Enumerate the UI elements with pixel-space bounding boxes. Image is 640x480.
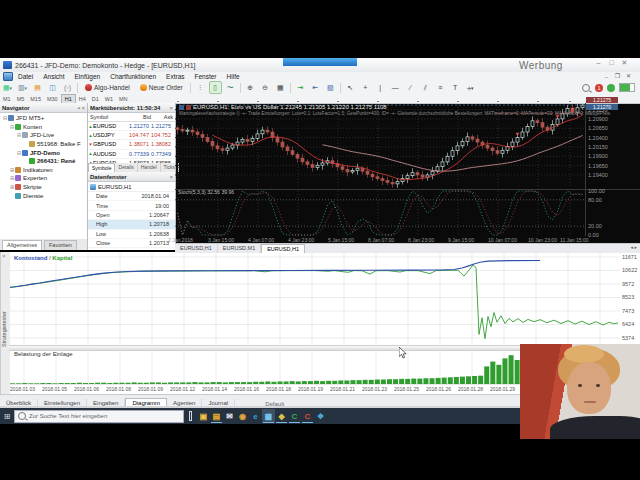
tester-side-strip[interactable]: Strategietester xyxy=(0,252,10,406)
menu-ansicht[interactable]: Ansicht xyxy=(43,73,64,80)
mdi-close-button[interactable]: ✕ xyxy=(623,72,634,79)
mdi-restore-button[interactable]: ❐ xyxy=(612,72,623,79)
chart-tab-eurusd-h1[interactable]: EURUSD,H1 xyxy=(261,244,305,253)
close-button[interactable]: ✕ xyxy=(618,59,631,67)
tree-item-jfd-demo[interactable]: ⊟JFD-Demo xyxy=(0,148,87,157)
market-watch-toggle[interactable]: ▤ xyxy=(31,81,44,94)
timeframe-m30[interactable]: M30 xyxy=(44,95,61,103)
chart-tab-scroll-arrows[interactable]: ◂ ▸ xyxy=(631,244,637,253)
market-watch-close-icon[interactable]: × xyxy=(169,105,173,111)
navigator-close-icon[interactable]: ▪ × xyxy=(78,105,85,111)
menu-fenster[interactable]: Fenster xyxy=(195,73,217,80)
app-red-icon[interactable]: C xyxy=(301,409,314,423)
indicators-button[interactable]: ▧ xyxy=(324,81,337,94)
neue-order-button[interactable]: Neue Order xyxy=(136,81,187,94)
start-button[interactable]: ⊞ xyxy=(0,412,14,421)
app-diamond-icon[interactable]: ◆ xyxy=(275,409,288,423)
market-watch-row-usdjpy[interactable]: ▲USDJPY104.747104.752 xyxy=(88,131,175,140)
timeframe-m1[interactable]: M1 xyxy=(0,95,14,103)
tree-item-266431-ren-[interactable]: 266431: René xyxy=(0,157,87,166)
market-watch-row-audusd[interactable]: ▲AUDUSD0.773390.77349 xyxy=(88,150,175,159)
market-watch-row-gbpusd[interactable]: ▼GBPUSD1.380711.38082 xyxy=(88,140,175,149)
text-tool[interactable]: T xyxy=(449,81,462,94)
file-explorer-icon[interactable]: ▣ xyxy=(197,409,210,423)
nav-tab-favoriten[interactable]: Favoriten xyxy=(44,240,77,250)
taskbar-search-input[interactable]: Zur Suche Text hier eingeben xyxy=(14,410,184,423)
menu-chartfunktionen[interactable]: Chartfunktionen xyxy=(110,73,156,80)
app-bird-icon[interactable]: ❖ xyxy=(314,409,327,423)
mw-tab-details[interactable]: Details xyxy=(115,163,137,172)
nav-tab-allgemeines[interactable]: Allgemeines xyxy=(2,240,42,250)
chrome-icon[interactable]: ◉ xyxy=(236,409,249,423)
timeframe-h4[interactable]: H4 xyxy=(76,95,89,103)
timeframe-mn[interactable]: MN xyxy=(116,95,131,103)
navigator-toggle[interactable]: (◦) xyxy=(61,81,74,94)
cursor-tool[interactable]: ↖ xyxy=(344,81,357,94)
price-chart[interactable] xyxy=(175,103,640,243)
tree-item-skripte[interactable]: ⊞Skripte xyxy=(0,183,87,192)
tree-item-jfd-live[interactable]: ⊟JFD-Live xyxy=(0,131,87,140)
tree-item-jfd-mt5-[interactable]: ⊟JFD MT5+ xyxy=(0,114,87,123)
tree-item-experten[interactable]: ⊞Experten xyxy=(0,174,87,183)
market-watch-column-headers[interactable]: SymbolBidAsk xyxy=(88,113,175,122)
camtasia-icon[interactable]: C xyxy=(288,409,301,423)
experts-icon xyxy=(15,175,21,181)
data-window-close-icon[interactable]: × xyxy=(169,174,173,180)
mw-tab-symbole[interactable]: Symbole xyxy=(88,163,115,172)
minimize-button[interactable]: – xyxy=(592,59,605,67)
market-watch-row-eurusd[interactable]: ▲EURUSD1.212701.21275 xyxy=(88,122,175,131)
menu-einfügen[interactable]: Einfügen xyxy=(75,73,101,80)
notifications-icon[interactable]: 1 xyxy=(595,84,603,92)
chart-shift-button[interactable]: ⇤ xyxy=(309,81,322,94)
crosshair-tool[interactable]: + xyxy=(359,81,372,94)
profiles-button[interactable]: ▥▾ xyxy=(16,81,29,94)
vertical-line-tool[interactable]: | xyxy=(374,81,387,94)
menu-extras[interactable]: Extras xyxy=(166,73,184,80)
trendline-tool[interactable]: ∕ xyxy=(404,81,417,94)
tree-item-indikatoren[interactable]: ⊞Indikatoren xyxy=(0,166,87,175)
tester-close-icon[interactable]: × xyxy=(2,253,6,259)
zoom-in-button[interactable]: ⊕ xyxy=(244,81,257,94)
timeframe-d1[interactable]: D1 xyxy=(89,95,102,103)
bars-mode-button[interactable]: ⫶ xyxy=(194,81,207,94)
mw-tab-handel[interactable]: Handel xyxy=(138,163,161,172)
timeframe-h1[interactable]: H1 xyxy=(61,94,76,104)
horizontal-line-tool[interactable]: — xyxy=(389,81,402,94)
candles-mode-button[interactable]: ▯ xyxy=(209,81,222,94)
zoom-out-button[interactable]: ⊖ xyxy=(259,81,272,94)
mw-tab-ticks[interactable]: Ticks xyxy=(161,163,179,172)
mail-icon[interactable]: ✉ xyxy=(223,409,236,423)
line-mode-button[interactable]: 〜 xyxy=(224,81,237,94)
algo-handel-button[interactable]: Algo-Handel xyxy=(81,81,134,94)
data-window-toggle[interactable]: ◫ xyxy=(46,81,59,94)
column-header-symbol[interactable]: Symbol xyxy=(88,114,126,120)
tree-item-konten[interactable]: ⊟Konten xyxy=(0,123,87,132)
column-header-bid[interactable]: Bid xyxy=(126,114,151,120)
tree-item-551968-balke-f[interactable]: 551968: Balke F xyxy=(0,140,87,149)
timeframe-w1[interactable]: W1 xyxy=(102,95,116,103)
menu-hilfe[interactable]: Hilfe xyxy=(227,73,240,80)
channel-tool[interactable]: ⫽ xyxy=(419,81,432,94)
arrows-tool[interactable]: ✢▾ xyxy=(464,81,477,94)
chart-tab-eurusd-h1[interactable]: EURUSD,H1 xyxy=(175,244,218,253)
auto-scroll-button[interactable]: ⇥ xyxy=(294,81,307,94)
new-chart-button[interactable]: ▦▾ xyxy=(1,81,14,94)
chart-tab-eurusd-m1[interactable]: EURUSD,M1 xyxy=(218,244,261,253)
search-icon[interactable] xyxy=(582,84,590,92)
menu-datei[interactable]: Datei xyxy=(18,73,33,80)
metatrader-icon[interactable]: ▦ xyxy=(262,409,275,423)
column-header-ask[interactable]: Ask xyxy=(151,114,175,120)
timeframe-m5[interactable]: M5 xyxy=(14,95,28,103)
task-view-icon[interactable] xyxy=(184,409,197,423)
timeframe-m15[interactable]: M15 xyxy=(27,95,44,103)
maximize-button[interactable]: □ xyxy=(605,59,618,67)
app-yellow-icon[interactable]: ▤ xyxy=(210,409,223,423)
fibonacci-tool[interactable]: ≡ xyxy=(434,81,447,94)
edge-icon[interactable]: e xyxy=(249,409,262,423)
community-icon[interactable] xyxy=(607,84,615,92)
tile-windows-button[interactable]: ▦ xyxy=(274,81,287,94)
tree-item-dienste[interactable]: Dienste xyxy=(0,191,87,200)
indicator-window-splitter[interactable] xyxy=(175,189,640,190)
scripts-icon xyxy=(15,184,21,190)
mdi-minimize-button[interactable]: _ xyxy=(601,72,612,79)
